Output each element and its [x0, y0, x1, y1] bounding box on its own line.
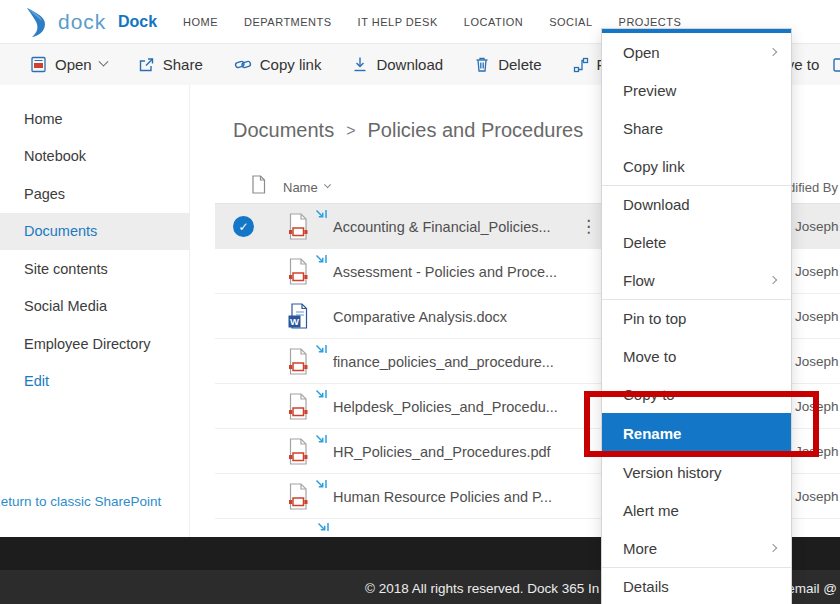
file-name: Human Resource Policies and P...: [333, 474, 552, 519]
menu-item-details[interactable]: Details: [602, 567, 791, 604]
selected-check-icon[interactable]: ✓: [233, 216, 254, 237]
file-name: Helpdesk_Policies_and_Procedu...: [333, 384, 558, 429]
nav-item-social[interactable]: SOCIAL: [549, 16, 592, 28]
sidebar-item-pages[interactable]: Pages: [0, 175, 190, 213]
modified-by-value: Joseph: [795, 474, 839, 519]
sidebar-item-notebook[interactable]: Notebook: [0, 138, 190, 176]
menu-item-more[interactable]: More: [602, 529, 791, 567]
sidebar-item-home[interactable]: Home: [0, 100, 190, 138]
pdf-file-icon: [287, 393, 309, 420]
file-name: Accounting & Financial_Policies...: [333, 204, 551, 249]
new-item-icon: [315, 434, 329, 447]
new-item-icon: [315, 209, 329, 222]
nav-item-projects[interactable]: PROJECTS: [619, 16, 682, 28]
link-icon: [234, 56, 252, 73]
pdf-file-icon: [287, 483, 309, 510]
copyright-text: © 2018 All rights reserved. Dock 365 In: [365, 581, 599, 596]
new-item-icon: [315, 254, 329, 267]
dock-logo-icon: [24, 7, 54, 38]
new-item-icon: [317, 522, 331, 535]
share-icon: [138, 56, 155, 73]
menu-item-flow[interactable]: Flow: [602, 261, 791, 299]
open-button[interactable]: Open: [30, 56, 107, 73]
left-sidebar: Home Notebook Pages Documents Site conte…: [0, 85, 190, 537]
menu-item-share[interactable]: Share: [602, 109, 791, 147]
nav-item-departments[interactable]: DEPARTMENTS: [244, 16, 332, 28]
chevron-right-icon: [769, 276, 777, 284]
menu-divider: [602, 185, 791, 186]
menu-item-download[interactable]: Download: [602, 185, 791, 223]
clipped-toolbar-icon[interactable]: [833, 57, 840, 73]
sidebar-item-employee-directory[interactable]: Employee Directory: [0, 325, 190, 363]
nav-item-it-help-desk[interactable]: IT HELP DESK: [358, 16, 438, 28]
menu-item-rename[interactable]: Rename: [602, 413, 791, 453]
sidebar-item-social-media[interactable]: Social Media: [0, 288, 190, 326]
share-button[interactable]: Share: [138, 56, 203, 73]
pdf-file-icon: [287, 348, 309, 375]
breadcrumb-separator: >: [346, 122, 355, 140]
menu-item-pin-to-top[interactable]: Pin to top: [602, 299, 791, 337]
app-window: dock Dock HOME DEPARTMENTS IT HELP DESK …: [0, 0, 840, 604]
footer-email-text[interactable]: email @: [787, 581, 837, 596]
nav-item-location[interactable]: LOCATION: [464, 16, 523, 28]
chevron-right-icon: [769, 544, 777, 552]
file-name: Comparative Analysis.docx: [333, 294, 507, 339]
breadcrumb-policies-and-procedures[interactable]: Policies and Procedures: [368, 119, 584, 142]
menu-item-copy-link[interactable]: Copy link: [602, 147, 791, 185]
menu-item-copy-to[interactable]: Copy to: [602, 375, 791, 413]
modified-by-value: Joseph: [795, 249, 839, 294]
document-type-column-icon: [251, 175, 266, 194]
dock-logo-text: dock: [58, 10, 106, 34]
modified-by-value: Joseph: [795, 204, 839, 249]
file-name: finance_policies_and_procedure...: [333, 339, 554, 384]
breadcrumb: Documents > Policies and Procedures: [233, 119, 583, 142]
nav-item-home[interactable]: HOME: [183, 16, 218, 28]
site-name[interactable]: Dock: [118, 13, 157, 31]
sidebar-nav: Home Notebook Pages Documents Site conte…: [0, 100, 190, 400]
trash-icon: [474, 56, 490, 73]
sidebar-item-site-contents[interactable]: Site contents: [0, 250, 190, 288]
toolbar-items: Open Share: [30, 44, 643, 85]
svg-text:W: W: [290, 316, 299, 327]
delete-button[interactable]: Delete: [474, 56, 541, 73]
sidebar-item-edit[interactable]: Edit: [0, 363, 190, 401]
sidebar-item-documents[interactable]: Documents: [0, 213, 190, 251]
download-button[interactable]: Download: [352, 56, 443, 73]
file-name: HR_Policies_and_Procedures.pdf: [333, 429, 551, 474]
menu-item-move-to[interactable]: Move to: [602, 337, 791, 375]
chevron-right-icon: [769, 48, 777, 56]
pdf-file-icon: [287, 258, 309, 285]
modified-by-value: Joseph: [795, 429, 839, 474]
menu-item-preview[interactable]: Preview: [602, 71, 791, 109]
download-icon: [352, 56, 368, 73]
menu-divider: [602, 567, 791, 568]
row-more-actions-icon[interactable]: ⋮: [580, 216, 597, 236]
chevron-down-icon: [324, 181, 331, 188]
file-name: Assessment - Policies and Proce...: [333, 249, 557, 294]
word-file-icon: W: [287, 303, 309, 330]
flow-icon: [573, 57, 589, 73]
menu-divider: [602, 299, 791, 300]
pdf-file-icon: [287, 438, 309, 465]
new-item-icon: [315, 389, 329, 402]
pdf-file-icon: [287, 213, 309, 240]
menu-item-open[interactable]: Open: [602, 33, 791, 71]
return-to-classic-link[interactable]: Return to classic SharePoint: [0, 494, 161, 509]
chevron-down-icon: [98, 57, 108, 67]
modified-by-value: Joseph: [795, 339, 839, 384]
copy-link-button[interactable]: Copy link: [234, 56, 322, 73]
breadcrumb-documents[interactable]: Documents: [233, 119, 334, 142]
new-item-icon: [315, 344, 329, 357]
new-item-icon: [315, 479, 329, 492]
modified-by-value: Joseph: [795, 294, 839, 339]
menu-item-alert-me[interactable]: Alert me: [602, 491, 791, 529]
pdf-file-icon: [30, 56, 47, 73]
file-context-menu: Open Preview Share Copy link Download De…: [601, 28, 792, 604]
menu-item-delete[interactable]: Delete: [602, 223, 791, 261]
menu-item-version-history[interactable]: Version history: [602, 453, 791, 491]
name-column-header[interactable]: Name: [283, 180, 330, 195]
modified-by-value: Joseph: [795, 384, 839, 429]
